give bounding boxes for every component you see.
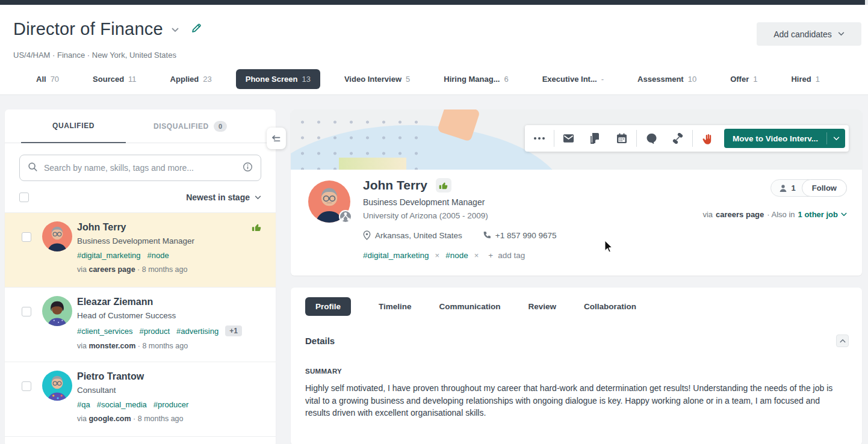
collapse-section-icon[interactable]: [836, 335, 849, 347]
note-icon[interactable]: [582, 125, 609, 152]
follow-label[interactable]: Follow: [802, 179, 847, 197]
remove-tag-icon[interactable]: ×: [472, 251, 482, 260]
tab-disqualified[interactable]: DISQUALIFIED 0: [153, 109, 227, 143]
remove-tag-icon[interactable]: ×: [433, 251, 442, 260]
tag[interactable]: #advertising: [176, 327, 219, 336]
tab-collaboration[interactable]: Collaboration: [584, 297, 636, 316]
share-icon[interactable]: [665, 125, 691, 152]
other-job-dropdown[interactable]: 1 other job: [798, 210, 847, 219]
candidate-list-panel: QUALIFIED DISQUALIFIED 0 New: [5, 109, 276, 444]
chevron-down-icon: [255, 196, 261, 200]
page: Director of Finance US/4/HAM · Finance ·…: [0, 0, 868, 444]
chevron-down-icon[interactable]: [172, 24, 179, 35]
chevron-down-icon: [841, 212, 847, 217]
candidate-title: Consultant: [77, 386, 261, 395]
stage-tab-offer[interactable]: Offer1: [721, 69, 767, 89]
follow-button[interactable]: 1 Follow: [770, 179, 847, 197]
row-checkbox[interactable]: [22, 381, 31, 391]
candidate-title: Business Development Manager: [363, 197, 488, 207]
add-tag-icon: +: [488, 251, 493, 260]
stage-tab-applied[interactable]: Applied23: [161, 69, 222, 89]
tab-profile[interactable]: Profile: [305, 297, 351, 316]
collapse-panel-button[interactable]: [267, 128, 286, 149]
stage-tab-hiring-manager[interactable]: Hiring Manag...6: [434, 69, 518, 89]
tag[interactable]: #client_services: [77, 327, 133, 336]
candidate-row-eleazar-ziemann[interactable]: Eleazar Ziemann Head of Customer Success…: [5, 287, 276, 362]
details-heading: Details: [305, 336, 335, 346]
avatar: [42, 371, 72, 401]
share-nodes-badge-icon: [339, 210, 352, 223]
info-icon[interactable]: [243, 162, 253, 174]
tag[interactable]: #social_media: [97, 400, 147, 409]
thumbs-up-icon[interactable]: [436, 178, 451, 193]
move-to-stage-button[interactable]: Move to Video Interv...: [724, 129, 845, 148]
page-title: Director of Finance: [13, 19, 163, 39]
candidate-source-line: via careers page · Also in 1 other job: [702, 210, 847, 219]
stage-tab-executive-interview[interactable]: Executive Int...-: [533, 69, 613, 89]
tab-qualified[interactable]: QUALIFIED: [21, 109, 126, 143]
stage-tab-video-interview[interactable]: Video Interview5: [335, 69, 420, 89]
tag[interactable]: #node: [147, 251, 169, 260]
candidate-source: via google.com · 8 months ago: [77, 415, 261, 423]
pipeline-stage-tabs: All70 Sourced11 Applied23 Phone Screen13…: [0, 65, 868, 93]
row-checkbox[interactable]: [22, 307, 31, 316]
summary-heading: SUMMARY: [305, 368, 848, 375]
candidate-source: via careers page · 8 months ago: [77, 265, 261, 274]
chevron-down-icon: [838, 32, 845, 36]
collapse-panel-icon: [271, 134, 281, 143]
candidate-name: John Terry: [363, 178, 427, 193]
top-chrome-bar-end: [865, 0, 868, 5]
stage-tab-hired[interactable]: Hired1: [781, 69, 829, 89]
stage-tab-sourced[interactable]: Sourced11: [83, 69, 146, 89]
stage-tab-phone-screen[interactable]: Phone Screen13: [236, 69, 320, 89]
tag[interactable]: #node: [445, 251, 468, 260]
location-pin-icon: [363, 230, 371, 240]
email-icon[interactable]: [556, 125, 582, 152]
sort-dropdown[interactable]: Newest in stage: [186, 193, 261, 202]
more-tags-badge[interactable]: +1: [225, 325, 242, 336]
disqualify-hand-icon[interactable]: [694, 125, 721, 152]
job-meta: US/4/HAM · Finance · New York, United St…: [13, 51, 176, 60]
thumbs-up-icon: [252, 223, 261, 235]
content-area: QUALIFIED DISQUALIFIED 0 New: [0, 95, 868, 444]
tag[interactable]: #qa: [77, 400, 90, 409]
candidate-detail-header: Move to Video Interv... John Terry: [291, 109, 862, 276]
candidate-row-pietro-trantow[interactable]: Pietro Trantow Consultant #qa #social_me…: [5, 362, 276, 436]
candidate-avatar-large: [308, 180, 350, 223]
stage-tab-assessment[interactable]: Assessment10: [628, 69, 706, 89]
chevron-down-icon[interactable]: [827, 137, 845, 141]
search-input[interactable]: [44, 163, 237, 173]
tab-review[interactable]: Review: [529, 297, 557, 316]
job-header: Director of Finance US/4/HAM · Finance ·…: [0, 5, 868, 95]
more-icon[interactable]: [526, 125, 553, 152]
phone-icon: [483, 231, 491, 239]
tag[interactable]: #digital_marketing: [77, 251, 141, 260]
add-candidates-button[interactable]: Add candidates: [757, 22, 861, 46]
candidate-education: University of Arizona (2005 - 2009): [363, 211, 488, 220]
follower-icon: [779, 184, 787, 193]
tab-communication[interactable]: Communication: [439, 297, 501, 316]
select-all-checkbox[interactable]: [19, 193, 29, 202]
profile-tabs: Profile Timeline Communication Review Co…: [291, 288, 862, 316]
tag[interactable]: #producer: [153, 400, 189, 409]
candidate-profile-panel: Profile Timeline Communication Review Co…: [291, 288, 862, 444]
row-checkbox[interactable]: [22, 232, 31, 242]
tag[interactable]: #product: [140, 327, 170, 336]
candidate-name: Eleazar Ziemann: [77, 297, 261, 307]
candidate-row-john-terry[interactable]: John Terry Business Development Manager …: [5, 212, 276, 287]
comment-icon[interactable]: [638, 125, 665, 152]
disqualified-count-badge: 0: [214, 121, 227, 132]
tag[interactable]: #digital_marketing: [363, 251, 429, 260]
add-tag-button[interactable]: + add tag: [488, 251, 525, 260]
candidate-location: Arkansas, United States: [363, 230, 462, 240]
tab-timeline[interactable]: Timeline: [379, 297, 412, 316]
calendar-icon[interactable]: [609, 125, 635, 152]
search-icon: [28, 162, 38, 174]
candidate-source: via monster.com · 8 months ago: [77, 342, 261, 350]
stage-tab-all[interactable]: All70: [26, 69, 69, 89]
edit-pencil-icon[interactable]: [191, 22, 202, 36]
candidate-title: Business Development Manager: [77, 236, 261, 245]
candidate-toolbar: Move to Video Interv...: [525, 125, 849, 152]
candidate-title: Head of Customer Success: [77, 311, 261, 320]
avatar: [42, 296, 72, 326]
